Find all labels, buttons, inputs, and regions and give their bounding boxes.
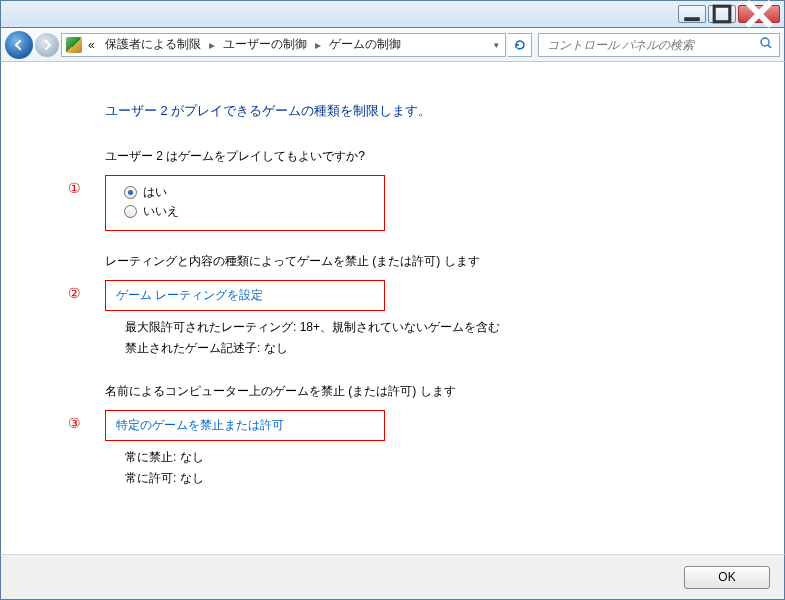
section3-lead: 名前によるコンピューター上のゲームを禁止 (または許可) します: [105, 383, 764, 400]
search-input[interactable]: [545, 37, 759, 53]
svg-rect-1: [714, 6, 730, 22]
navbar: « 保護者による制限 ▸ ユーザーの制御 ▸ ゲームの制御 ▾: [0, 28, 785, 62]
radio-yes[interactable]: [124, 186, 137, 199]
titlebar: [0, 0, 785, 28]
svg-line-5: [768, 45, 771, 48]
section2-detail2: 禁止されたゲーム記述子: なし: [125, 340, 764, 357]
address-bar[interactable]: « 保護者による制限 ▸ ユーザーの制御 ▸ ゲームの制御 ▾: [61, 33, 506, 57]
radio-yes-label: はい: [143, 184, 167, 201]
ok-button[interactable]: OK: [684, 566, 770, 589]
annotation-box-2: ② ゲーム レーティングを設定: [105, 280, 385, 311]
set-game-rating-link[interactable]: ゲーム レーティングを設定: [116, 288, 263, 302]
chevron-right-icon: ▸: [313, 38, 323, 52]
annotation-box-1: ① はい いいえ: [105, 175, 385, 231]
radio-no[interactable]: [124, 205, 137, 218]
maximize-button[interactable]: [708, 5, 736, 23]
search-icon[interactable]: [759, 36, 773, 53]
radio-yes-row[interactable]: はい: [116, 184, 374, 201]
page-title: ユーザー 2 がプレイできるゲームの種類を制限します。: [105, 102, 764, 120]
minimize-button[interactable]: [678, 5, 706, 23]
section2-lead: レーティングと内容の種類によってゲームを禁止 (または許可) します: [105, 253, 764, 270]
section2-detail1: 最大限許可されたレーティング: 18+、規制されていないゲームを含む: [125, 319, 764, 336]
footer: OK: [0, 554, 785, 600]
breadcrumb-prefix: «: [84, 36, 99, 54]
control-panel-icon: [66, 37, 82, 53]
section3-detail2: 常に許可: なし: [125, 470, 764, 487]
breadcrumb-seg-3[interactable]: ゲームの制御: [325, 34, 405, 55]
annotation-num-1: ①: [68, 180, 81, 196]
radio-no-label: いいえ: [143, 203, 179, 220]
nav-forward-button[interactable]: [35, 33, 59, 57]
nav-back-button[interactable]: [5, 31, 33, 59]
chevron-down-icon[interactable]: ▾: [492, 40, 501, 50]
annotation-num-2: ②: [68, 285, 81, 301]
breadcrumb-seg-1[interactable]: 保護者による制限: [101, 34, 205, 55]
annotation-box-3: ③ 特定のゲームを禁止または許可: [105, 410, 385, 441]
section3-detail1: 常に禁止: なし: [125, 449, 764, 466]
radio-no-row[interactable]: いいえ: [116, 203, 374, 220]
search-box[interactable]: [538, 33, 780, 57]
refresh-button[interactable]: [508, 33, 532, 57]
chevron-right-icon: ▸: [207, 38, 217, 52]
block-allow-games-link[interactable]: 特定のゲームを禁止または許可: [116, 418, 284, 432]
annotation-num-3: ③: [68, 415, 81, 431]
section1-lead: ユーザー 2 はゲームをプレイしてもよいですか?: [105, 148, 764, 165]
svg-point-4: [761, 38, 769, 46]
content-area: ユーザー 2 がプレイできるゲームの種類を制限します。 ユーザー 2 はゲームを…: [0, 62, 785, 554]
breadcrumb-seg-2[interactable]: ユーザーの制御: [219, 34, 311, 55]
close-button[interactable]: [738, 5, 780, 23]
